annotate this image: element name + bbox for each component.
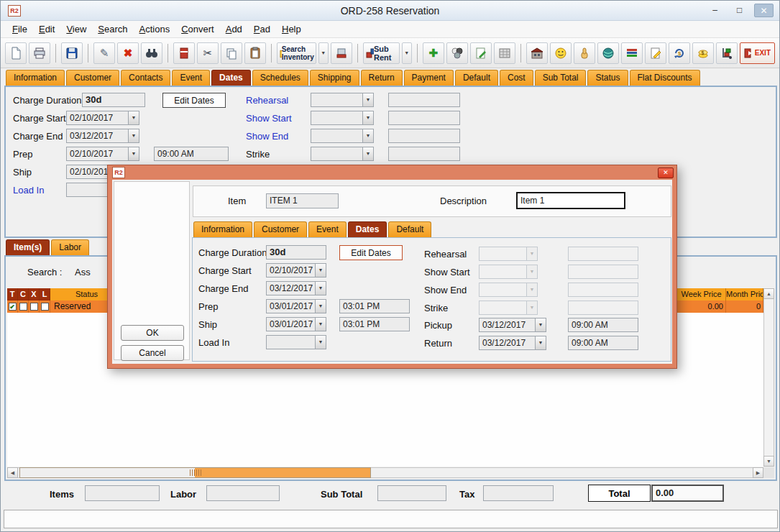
dropdown-arrow-icon[interactable]: ▼ [128, 129, 139, 142]
delete-button[interactable]: ✖ [117, 42, 139, 64]
dialog-pickup-time-field[interactable]: 09:00 AM [568, 318, 638, 332]
dialog-return-date-field[interactable]: 03/12/2017▼ [479, 336, 546, 350]
tab-sub-total[interactable]: Sub Total [535, 70, 587, 86]
tab-shipping[interactable]: Shipping [310, 70, 359, 86]
tab-labor[interactable]: Labor [51, 239, 89, 255]
charge-duration-field[interactable]: 30d [82, 93, 145, 107]
load-in-link[interactable]: Load In [13, 185, 44, 196]
maximize-button[interactable]: □ [730, 4, 749, 17]
tab-cost[interactable]: Cost [500, 70, 533, 86]
edit-dates-button[interactable]: Edit Dates [162, 93, 226, 108]
dropdown-arrow-icon[interactable]: ▼ [128, 111, 139, 124]
column-header-c[interactable]: C [18, 288, 29, 301]
menu-file[interactable]: File [6, 22, 33, 37]
menu-add[interactable]: Add [220, 22, 248, 37]
catalog-button[interactable] [621, 42, 643, 64]
menu-edit[interactable]: Edit [33, 22, 60, 37]
dialog-ship-date-field[interactable]: 03/01/2017▼ [266, 317, 326, 331]
vertical-scrollbar[interactable]: ▲ ▼ [763, 288, 774, 467]
scroll-down-button[interactable]: ▼ [763, 456, 774, 467]
minimize-button[interactable]: – [705, 4, 725, 17]
menu-pad[interactable]: Pad [248, 22, 276, 37]
convert-note-button[interactable] [645, 42, 666, 64]
row-checkbox-t[interactable]: ✔ [7, 301, 18, 313]
dialog-load-in-field[interactable]: ▼ [266, 335, 326, 349]
cancel-button[interactable]: Cancel [121, 345, 184, 361]
find-button[interactable] [141, 42, 162, 64]
show-start-date-field[interactable]: ▼ [311, 111, 374, 125]
add-item-button[interactable]: ✚ [423, 42, 444, 64]
new-document-button[interactable] [5, 42, 27, 64]
kit-button[interactable] [446, 42, 468, 64]
copy-button[interactable] [221, 42, 242, 64]
strike-time-field[interactable] [388, 147, 460, 161]
row-checkbox-c[interactable] [18, 301, 29, 313]
sub-rent-dropdown[interactable]: ▼ [402, 42, 412, 64]
rehearsal-time-field[interactable] [388, 93, 460, 107]
prep-date-field[interactable]: 02/10/2017▼ [66, 147, 139, 161]
dialog-prep-date-field[interactable]: 03/01/2017▼ [266, 299, 326, 313]
note-edit-button[interactable] [470, 42, 492, 64]
description-field[interactable]: Item 1 [516, 192, 625, 209]
checkbox-icon[interactable] [41, 303, 49, 311]
scroll-right-button[interactable]: ▶ [753, 467, 763, 478]
payment-button[interactable]: $ [692, 42, 714, 64]
strike-date-field[interactable]: ▼ [311, 147, 374, 161]
hand-button[interactable] [574, 42, 595, 64]
dropdown-arrow-icon[interactable]: ▼ [535, 318, 546, 331]
exchange-rate-button[interactable]: $ [669, 42, 690, 64]
dropdown-arrow-icon[interactable]: ▼ [362, 93, 373, 106]
menu-search[interactable]: Search [92, 22, 133, 37]
tab-customer[interactable]: Customer [66, 70, 119, 86]
show-start-link[interactable]: Show Start [246, 113, 292, 124]
dialog-tab-customer[interactable]: Customer [254, 221, 307, 237]
edit-button[interactable]: ✎ [93, 42, 115, 64]
dialog-charge-duration-field[interactable]: 30d [266, 245, 326, 260]
dialog-close-button[interactable]: ✕ [658, 168, 674, 178]
column-header-t[interactable]: T [7, 288, 18, 301]
globe-button[interactable] [597, 42, 619, 64]
pad-button[interactable] [494, 42, 515, 64]
shipping-dolly-button[interactable] [716, 42, 738, 64]
cut-button[interactable]: ✂ [197, 42, 219, 64]
color-swatch-button[interactable] [331, 42, 352, 64]
tab-dates[interactable]: Dates [211, 70, 251, 86]
search-inventory-button[interactable]: Search Inventory [277, 42, 316, 64]
tab-information[interactable]: Information [6, 70, 65, 86]
checkbox-icon[interactable] [30, 303, 38, 311]
contacts-book-button[interactable] [173, 42, 195, 64]
tab-event[interactable]: Event [172, 70, 210, 86]
dropdown-arrow-icon[interactable]: ▼ [315, 336, 326, 349]
show-end-date-field[interactable]: ▼ [311, 129, 374, 143]
rehearsal-date-field[interactable]: ▼ [311, 93, 374, 107]
tab-schedules[interactable]: Schedules [252, 70, 308, 86]
checkbox-checked-icon[interactable]: ✔ [9, 303, 17, 311]
tab-contacts[interactable]: Contacts [121, 70, 170, 86]
row-checkbox-l[interactable] [40, 301, 50, 313]
show-start-time-field[interactable] [388, 111, 460, 125]
row-checkbox-x[interactable] [29, 301, 40, 313]
customer-button[interactable] [550, 42, 572, 64]
print-button[interactable] [29, 42, 50, 64]
exit-button[interactable]: EXIT [740, 42, 775, 64]
dropdown-arrow-icon[interactable]: ▼ [535, 336, 546, 349]
dialog-charge-start-field[interactable]: 02/10/2017▼ [266, 263, 326, 278]
menu-help[interactable]: Help [276, 22, 307, 37]
dialog-prep-time-field[interactable]: 03:01 PM [339, 299, 410, 313]
paste-button[interactable] [244, 42, 266, 64]
dialog-edit-dates-button[interactable]: Edit Dates [339, 245, 403, 260]
menu-actions[interactable]: Actions [134, 22, 176, 37]
tab-return[interactable]: Return [361, 70, 403, 86]
sub-rent-button[interactable]: Sub Rent [363, 42, 400, 64]
tab-flat-discounts[interactable]: Flat Discounts [630, 70, 700, 86]
dropdown-arrow-icon[interactable]: ▼ [315, 318, 326, 331]
checkbox-icon[interactable] [19, 303, 27, 311]
dialog-charge-end-field[interactable]: 03/12/2017▼ [266, 281, 326, 295]
dropdown-arrow-icon[interactable]: ▼ [362, 111, 373, 124]
dialog-pickup-date-field[interactable]: 03/12/2017▼ [479, 318, 546, 332]
dialog-tab-event[interactable]: Event [308, 221, 347, 237]
rehearsal-link[interactable]: Rehearsal [246, 95, 288, 106]
dialog-tab-default[interactable]: Default [388, 221, 431, 237]
tab-payment[interactable]: Payment [404, 70, 454, 86]
horizontal-scrollbar[interactable]: ◀ ▶ [7, 467, 763, 478]
